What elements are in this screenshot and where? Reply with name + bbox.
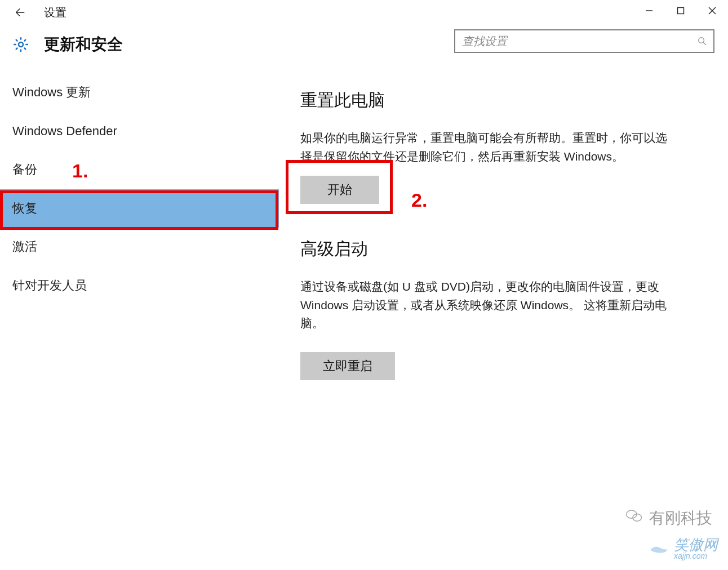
sidebar-item-windows-update[interactable]: Windows 更新 xyxy=(0,73,279,112)
header: 更新和安全 xyxy=(0,25,728,69)
minimize-icon xyxy=(645,7,653,15)
sidebar-item-recovery[interactable]: 恢复 xyxy=(0,189,279,228)
sidebar-item-for-developers[interactable]: 针对开发人员 xyxy=(0,266,279,305)
search-input[interactable] xyxy=(462,35,696,48)
sidebar-item-label: 备份 xyxy=(12,162,37,176)
arrow-left-icon xyxy=(14,6,26,19)
window-controls xyxy=(633,0,728,25)
search-icon xyxy=(696,35,708,47)
content-area: Windows 更新 Windows Defender 备份 恢复 激活 针对开… xyxy=(0,69,728,570)
page-title: 更新和安全 xyxy=(44,34,123,55)
close-button[interactable] xyxy=(696,0,728,21)
sidebar-item-label: 针对开发人员 xyxy=(12,278,87,292)
sidebar-item-label: Windows Defender xyxy=(12,124,117,138)
maximize-icon xyxy=(677,7,685,15)
back-button[interactable] xyxy=(14,6,27,19)
reset-start-button[interactable]: 开始 xyxy=(300,176,379,204)
svg-rect-1 xyxy=(678,8,684,14)
titlebar: 设置 xyxy=(0,0,728,25)
watermark-brand-1-text: 有刚科技 xyxy=(649,507,712,529)
sidebar-item-backup[interactable]: 备份 xyxy=(0,150,279,189)
watermark-brand-2-text: 笑傲网 xyxy=(674,537,718,552)
svg-point-4 xyxy=(19,42,23,47)
svg-point-5 xyxy=(699,38,704,43)
maximize-button[interactable] xyxy=(665,0,696,21)
sidebar-item-activation[interactable]: 激活 xyxy=(0,228,279,266)
svg-line-6 xyxy=(703,42,706,45)
restart-now-button[interactable]: 立即重启 xyxy=(300,352,395,380)
reset-action-row: 开始 xyxy=(300,176,701,204)
advanced-description: 通过设备或磁盘(如 U 盘或 DVD)启动，更改你的电脑固件设置，更改 Wind… xyxy=(300,278,672,333)
minimize-button[interactable] xyxy=(633,0,665,21)
wechat-icon xyxy=(624,506,643,529)
advanced-section: 高级启动 通过设备或磁盘(如 U 盘或 DVD)启动，更改你的电脑固件设置，更改… xyxy=(300,238,701,380)
shark-icon xyxy=(649,538,669,559)
window-title: 设置 xyxy=(44,5,66,20)
watermark-brand-1: 有刚科技 xyxy=(624,506,712,529)
settings-icon xyxy=(11,35,30,54)
sidebar-item-label: 恢复 xyxy=(12,201,37,215)
search-box[interactable] xyxy=(454,29,714,53)
close-icon xyxy=(708,7,716,15)
sidebar: Windows 更新 Windows Defender 备份 恢复 激活 针对开… xyxy=(0,69,279,570)
watermark-brand-2: 笑傲网 xajjn.com xyxy=(649,537,718,560)
sidebar-item-label: Windows 更新 xyxy=(12,85,91,99)
watermark-brand-2-sub: xajjn.com xyxy=(674,552,718,560)
sidebar-item-windows-defender[interactable]: Windows Defender xyxy=(0,112,279,151)
reset-heading: 重置此电脑 xyxy=(300,89,701,112)
main-panel: 重置此电脑 如果你的电脑运行异常，重置电脑可能会有所帮助。重置时，你可以选择是保… xyxy=(279,69,728,570)
sidebar-item-label: 激活 xyxy=(12,239,37,253)
advanced-heading: 高级启动 xyxy=(300,238,701,261)
reset-description: 如果你的电脑运行异常，重置电脑可能会有所帮助。重置时，你可以选择是保留你的文件还… xyxy=(300,129,672,166)
